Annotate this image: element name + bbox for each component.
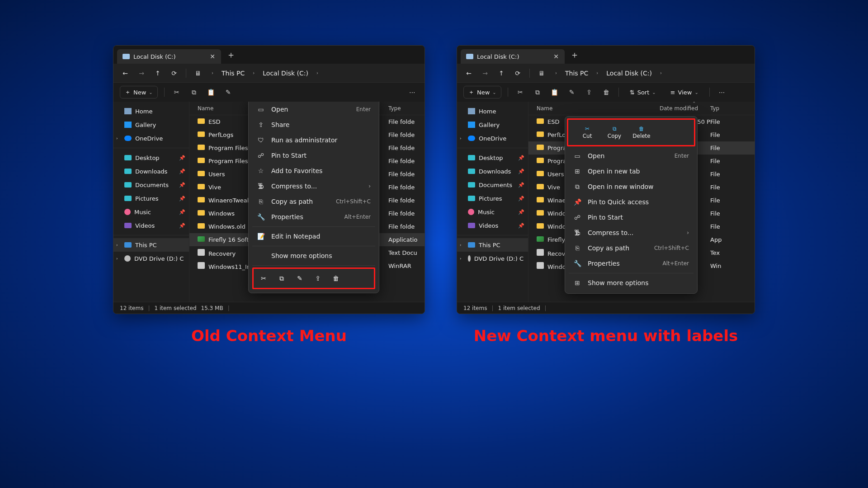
mi-open[interactable]: ▭OpenEnter xyxy=(568,148,694,164)
sidebar-videos[interactable]: Videos📌 xyxy=(113,219,189,232)
mi-copypath[interactable]: ⎘Copy as pathCtrl+Shift+C xyxy=(251,194,376,209)
mi-edit-notepad[interactable]: 📝Edit in Notepad xyxy=(251,229,376,244)
chevron-right-icon: › xyxy=(368,183,371,189)
sidebar-desktop[interactable]: Desktop📌 xyxy=(113,151,189,164)
forward-button[interactable]: → xyxy=(480,68,491,79)
more-icon[interactable]: ⋯ xyxy=(716,86,728,98)
delete-button[interactable]: 🗑Delete xyxy=(629,122,654,143)
mi-pinstart[interactable]: ☍Pin to Start xyxy=(251,148,376,163)
rename-icon[interactable]: ✎ xyxy=(566,86,578,98)
sidebar-thispc[interactable]: ›This PC xyxy=(457,238,528,252)
sidebar-music[interactable]: Music📌 xyxy=(113,205,189,219)
copy-button[interactable]: ⧉Copy xyxy=(602,122,627,143)
breadcrumb-drive[interactable]: Local Disk (C:) xyxy=(606,70,652,77)
more-icon[interactable]: ⋯ xyxy=(406,86,418,98)
folder-icon xyxy=(198,118,205,124)
up-button[interactable]: ↑ xyxy=(496,68,507,79)
tab-active[interactable]: Local Disk (C:) ✕ xyxy=(117,49,221,64)
folder-icon xyxy=(198,184,205,189)
cut-icon: ✂ xyxy=(585,126,590,132)
share-icon[interactable]: ⇪ xyxy=(583,86,595,98)
mi-properties[interactable]: 🔧PropertiesAlt+Enter xyxy=(568,256,694,271)
breadcrumb-pc[interactable]: This PC xyxy=(565,70,588,77)
cut-icon[interactable]: ✂ xyxy=(171,86,183,98)
tab-active[interactable]: Local Disk (C:) ✕ xyxy=(461,49,565,64)
copy-icon[interactable]: ⧉ xyxy=(274,271,290,286)
sidebar-videos[interactable]: Videos📌 xyxy=(457,219,528,232)
mi-pinquick[interactable]: 📌Pin to Quick access xyxy=(568,194,694,210)
copy-icon[interactable]: ⧉ xyxy=(532,86,543,98)
delete-icon[interactable]: 🗑 xyxy=(328,271,344,286)
sidebar-pictures[interactable]: Pictures📌 xyxy=(113,192,189,205)
icon-row-top: ✂Cut ⧉Copy 🗑Delete xyxy=(567,118,695,146)
add-tab-button[interactable]: ＋ xyxy=(570,49,579,61)
sidebar-documents[interactable]: Documents📌 xyxy=(113,178,189,192)
folder-icon xyxy=(537,158,544,163)
refresh-button[interactable]: ⟳ xyxy=(512,68,523,79)
sidebar-home[interactable]: Home xyxy=(113,104,189,118)
app-icon xyxy=(198,236,205,242)
cut-icon[interactable]: ✂ xyxy=(255,271,272,286)
breadcrumb-pc[interactable]: This PC xyxy=(222,70,245,77)
rename-icon[interactable]: ✎ xyxy=(222,86,234,98)
paste-icon[interactable]: 📋 xyxy=(205,86,217,98)
paste-icon[interactable]: 📋 xyxy=(549,86,561,98)
chevron-right-icon: › xyxy=(687,230,689,236)
new-button[interactable]: ＋ New ⌄ xyxy=(120,86,158,99)
add-tab-button[interactable]: ＋ xyxy=(226,49,236,61)
copy-icon[interactable]: ⧉ xyxy=(188,86,200,98)
sidebar-onedrive[interactable]: ›OneDrive xyxy=(113,131,189,145)
back-button[interactable]: ← xyxy=(463,68,474,79)
mi-admin[interactable]: 🛡Run as administrator xyxy=(251,132,376,148)
file-icon xyxy=(198,249,205,256)
close-icon[interactable]: ✕ xyxy=(209,53,216,60)
mi-compress[interactable]: 🗜Compress to...› xyxy=(251,178,376,194)
mi-show-more[interactable]: Show more options xyxy=(251,248,376,263)
sidebar-music[interactable]: Music📌 xyxy=(457,205,528,219)
share-icon[interactable]: ⇪ xyxy=(310,271,326,286)
sidebar-home[interactable]: Home xyxy=(457,104,528,118)
mi-properties[interactable]: 🔧PropertiesAlt+Enter xyxy=(251,209,376,225)
refresh-button[interactable]: ⟳ xyxy=(169,68,179,79)
delete-icon[interactable]: 🗑 xyxy=(600,86,612,98)
column-type: Type xyxy=(388,105,425,112)
back-button[interactable]: ← xyxy=(120,68,131,79)
sidebar-pictures[interactable]: Pictures📌 xyxy=(457,192,528,205)
up-button[interactable]: ↑ xyxy=(152,68,163,79)
sidebar-gallery[interactable]: Gallery xyxy=(457,118,528,131)
file-icon xyxy=(537,262,544,269)
mi-newwin[interactable]: ⧉Open in new window xyxy=(568,179,694,194)
view-button[interactable]: ≡View⌄ xyxy=(666,86,703,99)
mi-newtab[interactable]: ⊞Open in new tab xyxy=(568,164,694,179)
mi-favorites[interactable]: ☆Add to Favorites xyxy=(251,163,376,178)
mi-copypath[interactable]: ⎘Copy as pathCtrl+Shift+C xyxy=(568,240,694,256)
pin-icon: 📌 xyxy=(179,155,185,161)
new-button[interactable]: ＋ New ⌄ xyxy=(463,86,501,99)
shield-icon: 🛡 xyxy=(257,136,265,144)
close-icon[interactable]: ✕ xyxy=(553,53,559,60)
folder-icon xyxy=(198,158,205,163)
list-header[interactable]: Name ⌃ Date modified Typ xyxy=(528,102,755,115)
breadcrumb-drive[interactable]: Local Disk (C:) xyxy=(263,70,308,77)
sort-button[interactable]: ⇅Sort⌄ xyxy=(625,86,660,99)
sidebar-onedrive[interactable]: ›OneDrive xyxy=(457,131,528,145)
forward-button[interactable]: → xyxy=(136,68,147,79)
sidebar-documents[interactable]: Documents📌 xyxy=(457,178,528,192)
sidebar-downloads[interactable]: Downloads📌 xyxy=(457,164,528,178)
mi-share[interactable]: ⇪Share xyxy=(251,117,376,132)
sidebar-dvd[interactable]: ›DVD Drive (D:) C xyxy=(457,252,528,265)
sidebar-dvd[interactable]: ›DVD Drive (D:) C xyxy=(113,252,189,265)
mi-show-more[interactable]: ⊞Show more options xyxy=(568,275,694,291)
mi-pinstart[interactable]: ☍Pin to Start xyxy=(568,210,694,225)
folder-icon xyxy=(537,223,544,229)
cut-icon[interactable]: ✂ xyxy=(514,86,526,98)
sidebar-downloads[interactable]: Downloads📌 xyxy=(113,164,189,178)
rename-icon[interactable]: ✎ xyxy=(292,271,308,286)
sidebar-thispc[interactable]: ›This PC xyxy=(113,238,189,252)
mi-open[interactable]: ▭OpenEnter xyxy=(251,102,376,117)
sidebar-gallery[interactable]: Gallery xyxy=(113,118,189,131)
mi-compress[interactable]: 🗜Compress to...› xyxy=(568,225,694,240)
cut-button[interactable]: ✂Cut xyxy=(575,122,600,143)
sidebar-desktop[interactable]: Desktop📌 xyxy=(457,151,528,164)
folder-icon xyxy=(537,131,544,137)
